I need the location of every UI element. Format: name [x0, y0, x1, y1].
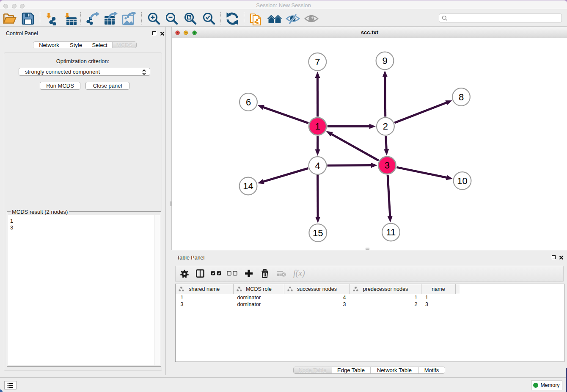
svg-text:6: 6 [246, 97, 251, 108]
svg-text:2: 2 [383, 121, 388, 132]
svg-text:9: 9 [382, 55, 387, 66]
svg-text:8: 8 [459, 92, 464, 102]
svg-text:10: 10 [457, 176, 467, 186]
svg-text:15: 15 [313, 228, 323, 238]
svg-text:1: 1 [315, 121, 320, 132]
svg-text:11: 11 [386, 227, 396, 237]
svg-text:14: 14 [243, 181, 253, 191]
svg-text:7: 7 [315, 57, 320, 67]
svg-text:3: 3 [385, 160, 390, 171]
svg-text:4: 4 [315, 160, 320, 171]
